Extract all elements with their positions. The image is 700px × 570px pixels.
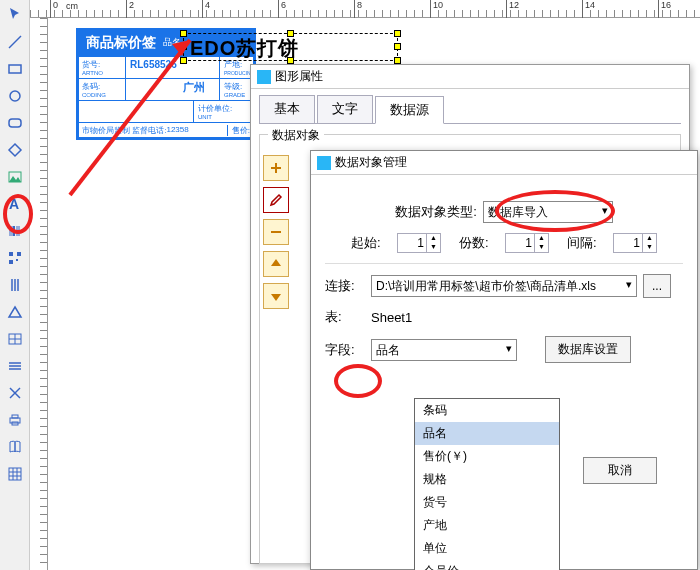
selection-box[interactable] [183, 33, 398, 61]
dd-item[interactable]: 售价(￥) [415, 445, 559, 468]
svg-marker-40 [271, 259, 281, 266]
inner-dialog-title: 数据对象管理 [335, 154, 407, 171]
db-settings-button[interactable]: 数据库设置 [545, 336, 631, 363]
tab-datasource[interactable]: 数据源 [375, 96, 444, 124]
svg-marker-6 [9, 176, 21, 182]
tab-text[interactable]: 文字 [317, 95, 373, 123]
sheet-value: Sheet1 [371, 310, 412, 325]
start-label: 起始: [351, 234, 391, 252]
field-select[interactable]: 品名 [371, 339, 517, 361]
connection-label: 连接: [325, 277, 365, 295]
add-button[interactable] [263, 155, 289, 181]
cancel-button[interactable]: 取消 [583, 457, 657, 484]
dialog-icon [317, 156, 331, 170]
remove-button[interactable] [263, 219, 289, 245]
type-select[interactable]: 数据库导入 [483, 201, 613, 223]
svg-marker-20 [9, 307, 21, 317]
svg-point-2 [10, 91, 20, 101]
ruler-tick: 0 [50, 0, 58, 18]
field-dropdown[interactable]: 条码 品名 售价(￥) 规格 货号 产地 单位 会员价 [414, 398, 560, 570]
vline-tool[interactable] [3, 273, 27, 297]
dd-item[interactable]: 货号 [415, 491, 559, 514]
gap-label: 间隔: [567, 234, 607, 252]
type-label: 数据对象类型: [395, 203, 477, 221]
data-object-manager-dialog[interactable]: 数据对象管理 数据对象类型: 数据库导入 起始: ▲▼ 份数: ▲▼ 间隔: ▲… [310, 150, 698, 570]
qrcode-tool[interactable] [3, 246, 27, 270]
groupbox-label: 数据对象 [268, 127, 324, 144]
svg-rect-3 [9, 119, 21, 127]
dd-item[interactable]: 品名 [415, 422, 559, 445]
inner-dialog-titlebar[interactable]: 数据对象管理 [311, 151, 697, 175]
dialog-tabs: 基本 文字 数据源 [259, 95, 681, 124]
dd-item[interactable]: 产地 [415, 514, 559, 537]
gap-spinner[interactable]: ▲▼ [613, 233, 657, 253]
start-spinner[interactable]: ▲▼ [397, 233, 441, 253]
tab-basic[interactable]: 基本 [259, 95, 315, 123]
browse-button[interactable]: ... [643, 274, 671, 298]
svg-marker-4 [9, 144, 21, 156]
count-spinner[interactable]: ▲▼ [505, 233, 549, 253]
svg-rect-15 [9, 260, 13, 264]
count-label: 份数: [459, 234, 499, 252]
svg-marker-41 [271, 294, 281, 301]
dd-item[interactable]: 条码 [415, 399, 559, 422]
dd-item[interactable]: 单位 [415, 537, 559, 560]
move-down-button[interactable] [263, 283, 289, 309]
svg-line-0 [9, 36, 21, 48]
ruler-horizontal: 0 cm 2 4 6 8 10 12 14 16 [30, 0, 700, 18]
svg-rect-14 [17, 252, 21, 256]
dialog-title: 图形属性 [275, 68, 323, 85]
barcode-tool[interactable] [3, 219, 27, 243]
field-label: 字段: [325, 341, 365, 359]
line-tool[interactable] [3, 30, 27, 54]
svg-text:A: A [9, 196, 19, 212]
book-tool[interactable] [3, 435, 27, 459]
polygon-tool[interactable] [3, 138, 27, 162]
dd-item[interactable]: 规格 [415, 468, 559, 491]
dd-item[interactable]: 会员价 [415, 560, 559, 570]
grid-tool[interactable] [3, 462, 27, 486]
move-up-button[interactable] [263, 251, 289, 277]
svg-rect-30 [12, 415, 18, 418]
hline-tool[interactable] [3, 354, 27, 378]
xmark-tool[interactable] [3, 381, 27, 405]
edit-button[interactable] [263, 187, 289, 213]
table-tool[interactable] [3, 327, 27, 351]
dialog-titlebar[interactable]: 图形属性 [251, 65, 689, 89]
sheet-label: 表: [325, 308, 365, 326]
print-tool[interactable] [3, 408, 27, 432]
ruler-vertical [30, 18, 48, 570]
svg-rect-1 [9, 65, 21, 73]
ellipse-tool[interactable] [3, 84, 27, 108]
rounded-tool[interactable] [3, 111, 27, 135]
mini-tools [263, 155, 293, 315]
pointer-tool[interactable] [3, 3, 27, 27]
text-tool[interactable]: A [3, 192, 27, 216]
triangle-tool[interactable] [3, 300, 27, 324]
svg-rect-13 [9, 252, 13, 256]
rect-tool[interactable] [3, 57, 27, 81]
svg-rect-16 [16, 259, 18, 261]
svg-rect-32 [9, 468, 21, 480]
dialog-icon [257, 70, 271, 84]
connection-select[interactable]: D:\培训用常用标签\超市价签\商品清单.xls [371, 275, 637, 297]
image-tool[interactable] [3, 165, 27, 189]
left-toolbar: A [0, 0, 30, 570]
